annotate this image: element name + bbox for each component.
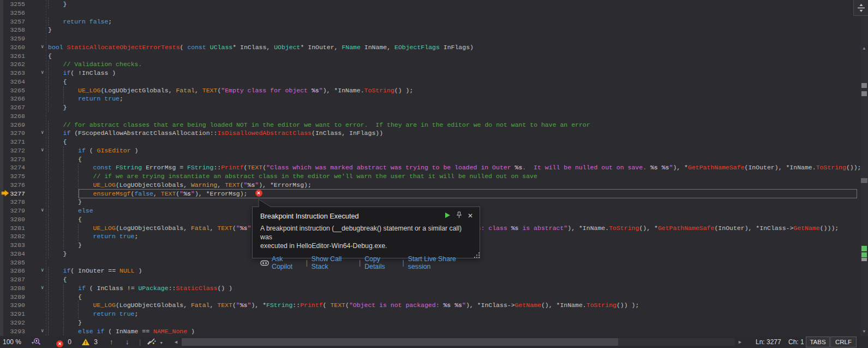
code-text[interactable]: if ( GIsEditor ) xyxy=(48,146,138,155)
code-line[interactable]: 3259 xyxy=(0,34,868,43)
fold-margin[interactable] xyxy=(25,258,48,267)
scroll-right-icon[interactable]: ► xyxy=(738,336,743,348)
line-number[interactable]: 3264 xyxy=(0,78,25,86)
line-ending-button[interactable]: CRLF xyxy=(830,337,857,347)
code-text[interactable]: if( !InClass ) xyxy=(48,69,116,78)
line-number[interactable]: 3263 xyxy=(0,69,25,78)
fold-margin[interactable] xyxy=(25,172,48,181)
line-number[interactable]: 3276 xyxy=(0,181,25,190)
line-number[interactable]: 3255 xyxy=(0,0,25,9)
code-line[interactable]: 3291return true; xyxy=(0,310,868,318)
code-text[interactable]: } xyxy=(48,26,52,34)
line-number[interactable]: 3293 xyxy=(0,327,25,336)
line-number[interactable]: 3258 xyxy=(0,26,25,34)
code-text[interactable]: UE_LOG(LogUObjectGlobals, Fatal, TEXT("%… xyxy=(48,301,639,310)
fold-collapse-icon[interactable]: ∨ xyxy=(41,284,44,293)
code-line[interactable]: 3289{ xyxy=(0,293,868,302)
line-indicator[interactable]: Ln: 3277 xyxy=(756,336,781,348)
scroll-left-icon[interactable]: ◄ xyxy=(173,336,178,348)
fold-margin[interactable]: ∨ xyxy=(25,43,48,52)
code-text[interactable]: ensureMsgf(false, TEXT("%s"), *ErrorMsg)… xyxy=(48,190,262,198)
fold-margin[interactable] xyxy=(25,232,48,241)
code-text[interactable]: { xyxy=(48,78,67,86)
code-line[interactable]: 3278} xyxy=(0,198,868,207)
code-text[interactable]: else xyxy=(48,207,93,215)
code-text[interactable]: { xyxy=(48,275,67,284)
line-number[interactable]: 3271 xyxy=(0,138,25,146)
fold-collapse-icon[interactable]: ∨ xyxy=(41,207,44,215)
code-line[interactable]: 3263∨if( !InClass ) xyxy=(0,69,868,78)
fold-collapse-icon[interactable]: ∨ xyxy=(41,43,44,52)
line-number[interactable]: 3279 xyxy=(0,207,25,215)
code-line[interactable]: 3273{ xyxy=(0,155,868,164)
code-text[interactable]: if ( InClass != UPackage::StaticClass() … xyxy=(48,284,232,293)
fold-margin[interactable] xyxy=(25,26,48,34)
code-line[interactable]: 3288∨if ( InClass != UPackage::StaticCla… xyxy=(0,284,868,293)
code-text[interactable]: // for abstract classes that are being l… xyxy=(48,121,590,129)
line-number[interactable]: 3257 xyxy=(0,17,25,26)
fold-margin[interactable] xyxy=(25,95,48,103)
editor-split-handle[interactable] xyxy=(853,0,868,16)
fold-margin[interactable] xyxy=(25,181,48,190)
zoom-level-select[interactable]: 100 % ▼ xyxy=(3,336,34,348)
line-number[interactable]: 3281 xyxy=(0,224,25,233)
fold-margin[interactable] xyxy=(25,52,48,61)
code-text[interactable]: const FString ErrorMsg = FString::Printf… xyxy=(48,163,861,172)
fold-margin[interactable] xyxy=(25,224,48,233)
error-badge-icon[interactable]: ✕ xyxy=(255,190,262,197)
scroll-down-icon[interactable]: ▼ xyxy=(860,329,868,334)
fold-margin[interactable]: ∨ xyxy=(25,267,48,275)
code-line[interactable]: 3257return false; xyxy=(0,17,868,26)
error-counter[interactable]: ✕ 0 xyxy=(56,336,71,348)
code-line[interactable]: 3287{ xyxy=(0,275,868,284)
fold-margin[interactable]: ∨ xyxy=(25,69,48,78)
fold-margin[interactable]: ∨ xyxy=(25,207,48,215)
continue-play-icon[interactable] xyxy=(444,212,451,220)
code-text[interactable]: return true; xyxy=(48,95,123,103)
code-text[interactable]: } xyxy=(48,103,67,112)
document-health-icon[interactable] xyxy=(33,336,41,348)
fold-collapse-icon[interactable]: ∨ xyxy=(41,69,44,78)
code-text[interactable]: } xyxy=(48,0,67,9)
code-line[interactable]: 3264{ xyxy=(0,78,868,86)
code-line[interactable]: 3276UE_LOG(LogUObjectGlobals, Warning, T… xyxy=(0,181,868,190)
code-text[interactable]: return false; xyxy=(48,17,112,26)
vertical-scrollbar-thumb[interactable] xyxy=(861,178,867,183)
fold-margin[interactable] xyxy=(25,215,48,224)
code-text[interactable]: bool StaticAllocateObjectErrorTests( con… xyxy=(48,43,474,52)
code-text[interactable]: return true; xyxy=(48,232,138,241)
code-area[interactable]: 3255}32563257return false;3258}32593260∨… xyxy=(0,0,868,335)
fold-collapse-icon[interactable]: ∨ xyxy=(41,129,44,138)
line-number[interactable]: 3285 xyxy=(0,258,25,267)
fold-margin[interactable] xyxy=(25,301,48,310)
line-number[interactable]: 3287 xyxy=(0,275,25,284)
code-line[interactable]: 3275// if we are trying instantiate an a… xyxy=(0,172,868,181)
close-icon[interactable]: ✕ xyxy=(468,212,473,220)
fold-margin[interactable] xyxy=(25,250,48,258)
indentation-mode-button[interactable]: TABS xyxy=(806,337,830,347)
line-number[interactable]: 3291 xyxy=(0,310,25,318)
line-number[interactable]: 3288 xyxy=(0,284,25,293)
code-text[interactable]: // if we are trying instantiate an abstr… xyxy=(48,172,537,181)
line-number[interactable]: 3262 xyxy=(0,60,25,69)
fold-margin[interactable] xyxy=(25,198,48,207)
horizontal-scrollbar[interactable] xyxy=(182,338,735,346)
popup-link-start-live-share-session[interactable]: Start Live Share session xyxy=(408,255,473,270)
fold-margin[interactable] xyxy=(25,60,48,69)
line-number[interactable]: 3259 xyxy=(0,34,25,43)
code-text[interactable]: UE_LOG(LogUObjectGlobals, Warning, TEXT(… xyxy=(48,181,312,190)
line-number[interactable]: 3274 xyxy=(0,163,25,172)
fold-margin[interactable]: ∨ xyxy=(25,129,48,138)
line-number[interactable]: 3280 xyxy=(0,215,25,224)
fold-margin[interactable] xyxy=(25,112,48,121)
fold-margin[interactable] xyxy=(25,103,48,112)
code-text[interactable]: if (FScopedAllowAbstractClassAllocation:… xyxy=(48,129,383,138)
fold-margin[interactable] xyxy=(25,318,48,327)
line-number[interactable]: 3260 xyxy=(0,43,25,52)
code-line[interactable]: 3290UE_LOG(LogUObjectGlobals, Fatal, TEX… xyxy=(0,301,868,310)
fold-margin[interactable]: ∨ xyxy=(25,327,48,336)
fold-margin[interactable] xyxy=(25,86,48,95)
code-line[interactable]: 3267} xyxy=(0,103,868,112)
code-text[interactable]: } xyxy=(48,318,82,327)
pin-icon[interactable] xyxy=(456,211,462,220)
